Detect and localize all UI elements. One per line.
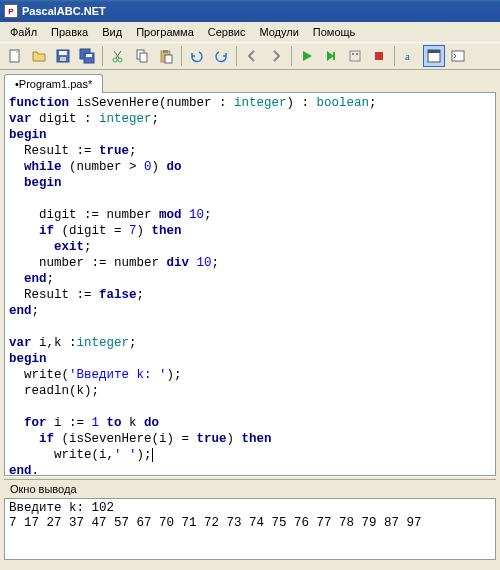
font-button[interactable]: a [399, 45, 421, 67]
menu-view[interactable]: Вид [96, 24, 128, 40]
output-panel[interactable]: Введите k: 102 7 17 27 37 47 57 67 70 71… [4, 498, 496, 560]
menu-service[interactable]: Сервис [202, 24, 252, 40]
copy-button[interactable] [131, 45, 153, 67]
toolbar: a [0, 42, 500, 70]
svg-rect-21 [452, 51, 464, 61]
stop-button[interactable] [368, 45, 390, 67]
svg-rect-13 [165, 55, 172, 63]
menu-modules[interactable]: Модули [253, 24, 304, 40]
svg-rect-3 [60, 57, 66, 61]
output-panel-title: Окно вывода [4, 480, 496, 498]
redo-button[interactable] [210, 45, 232, 67]
form-designer-button[interactable] [423, 45, 445, 67]
svg-text:a: a [405, 50, 410, 62]
svg-rect-17 [375, 52, 383, 60]
compile-button[interactable] [344, 45, 366, 67]
save-button[interactable] [52, 45, 74, 67]
svg-rect-2 [59, 51, 67, 55]
svg-rect-15 [352, 53, 354, 55]
svg-rect-6 [86, 54, 92, 57]
file-tab[interactable]: •Program1.pas* [4, 74, 103, 93]
menu-file[interactable]: Файл [4, 24, 43, 40]
nav-back-button[interactable] [241, 45, 263, 67]
svg-point-7 [113, 58, 117, 62]
run-button[interactable] [296, 45, 318, 67]
app-icon: P [4, 4, 18, 18]
code-token: function [9, 96, 69, 110]
open-file-button[interactable] [28, 45, 50, 67]
svg-rect-14 [350, 51, 360, 61]
titlebar: P PascalABC.NET [0, 0, 500, 22]
svg-rect-10 [140, 53, 147, 62]
output-line: 7 17 27 37 47 57 67 70 71 72 73 74 75 76… [9, 516, 429, 530]
text-caret [152, 448, 153, 462]
run-no-debug-button[interactable] [320, 45, 342, 67]
new-file-button[interactable] [4, 45, 26, 67]
svg-rect-16 [356, 53, 358, 55]
menubar: Файл Правка Вид Программа Сервис Модули … [0, 22, 500, 42]
tabbar: •Program1.pas* [0, 70, 500, 92]
immediate-window-button[interactable] [447, 45, 469, 67]
code-editor[interactable]: function isSevenHere(number : integer) :… [4, 92, 496, 476]
menu-edit[interactable]: Правка [45, 24, 94, 40]
svg-rect-12 [163, 50, 168, 53]
paste-button[interactable] [155, 45, 177, 67]
window-title: PascalABC.NET [22, 5, 106, 17]
save-all-button[interactable] [76, 45, 98, 67]
cut-button[interactable] [107, 45, 129, 67]
menu-help[interactable]: Помощь [307, 24, 362, 40]
svg-rect-20 [428, 50, 440, 53]
svg-point-8 [118, 58, 122, 62]
menu-program[interactable]: Программа [130, 24, 200, 40]
output-line: Введите k: 102 [9, 501, 114, 515]
nav-forward-button[interactable] [265, 45, 287, 67]
undo-button[interactable] [186, 45, 208, 67]
